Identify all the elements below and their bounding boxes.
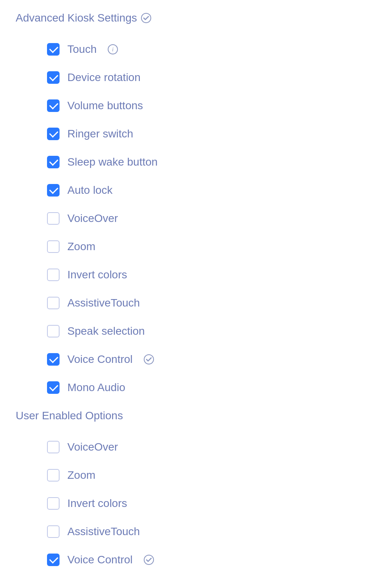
volume-buttons-item: Volume buttons	[47, 92, 353, 120]
zoom-item: Zoom	[47, 233, 353, 261]
ue-zoom-item: Zoom	[47, 461, 353, 489]
volume-buttons-label: Volume buttons	[67, 99, 143, 112]
auto-lock-checkbox[interactable]	[47, 184, 60, 197]
assistive-touch-label: AssistiveTouch	[67, 297, 140, 309]
assistive-touch-item: AssistiveTouch	[47, 289, 353, 317]
sleep-wake-button-checkbox[interactable]	[47, 156, 60, 168]
touch-checkbox[interactable]	[47, 43, 60, 56]
ue-assistive-touch-item: AssistiveTouch	[47, 518, 353, 546]
assistive-touch-checkbox[interactable]	[47, 297, 60, 309]
user-enabled-items-list: VoiceOver Zoom Invert colors AssistiveTo…	[16, 433, 353, 574]
voiceover-checkbox[interactable]	[47, 212, 60, 225]
ue-voice-control-item: Voice Control	[47, 546, 353, 574]
voice-control-label: Voice Control	[67, 353, 133, 366]
invert-colors-item: Invert colors	[47, 261, 353, 289]
user-enabled-section: User Enabled Options VoiceOver Zoom Inve…	[16, 409, 353, 574]
ue-voice-control-checkbox[interactable]	[47, 554, 60, 566]
ue-voice-control-check-icon	[144, 555, 154, 565]
sleep-wake-button-label: Sleep wake button	[67, 156, 157, 168]
volume-buttons-checkbox[interactable]	[47, 99, 60, 112]
zoom-checkbox[interactable]	[47, 240, 60, 253]
auto-lock-item: Auto lock	[47, 176, 353, 204]
voice-control-item: Voice Control	[47, 345, 353, 373]
ue-voiceover-checkbox[interactable]	[47, 441, 60, 453]
advanced-check-icon	[141, 13, 151, 23]
ue-voiceover-item: VoiceOver	[47, 433, 353, 461]
device-rotation-item: Device rotation	[47, 63, 353, 92]
advanced-items-list: Touch i Device rotation Volume buttons R…	[16, 35, 353, 402]
ue-voice-control-label: Voice Control	[67, 554, 133, 566]
ringer-switch-item: Ringer switch	[47, 120, 353, 148]
ue-voiceover-label: VoiceOver	[67, 441, 118, 453]
ringer-switch-label: Ringer switch	[67, 128, 133, 140]
ue-assistive-touch-checkbox[interactable]	[47, 525, 60, 538]
mono-audio-checkbox[interactable]	[47, 381, 60, 394]
speak-selection-label: Speak selection	[67, 325, 145, 337]
svg-point-0	[141, 13, 151, 23]
speak-selection-checkbox[interactable]	[47, 325, 60, 337]
ue-invert-colors-checkbox[interactable]	[47, 497, 60, 510]
touch-label: Touch	[67, 43, 97, 56]
ue-invert-colors-item: Invert colors	[47, 489, 353, 518]
speak-selection-item: Speak selection	[47, 317, 353, 345]
mono-audio-label: Mono Audio	[67, 381, 125, 394]
advanced-kiosk-header: Advanced Kiosk Settings	[16, 12, 353, 24]
touch-info-icon: i	[108, 44, 118, 54]
ue-zoom-label: Zoom	[67, 469, 96, 482]
ue-zoom-checkbox[interactable]	[47, 469, 60, 482]
invert-colors-checkbox[interactable]	[47, 269, 60, 281]
advanced-kiosk-section: Advanced Kiosk Settings Touch i Device r…	[16, 12, 353, 402]
ue-invert-colors-label: Invert colors	[67, 497, 127, 510]
zoom-label: Zoom	[67, 240, 96, 253]
svg-text:i: i	[112, 47, 114, 52]
svg-point-4	[144, 555, 154, 565]
advanced-kiosk-title: Advanced Kiosk Settings	[16, 12, 137, 24]
device-rotation-checkbox[interactable]	[47, 71, 60, 84]
voiceover-item: VoiceOver	[47, 204, 353, 233]
touch-item: Touch i	[47, 35, 353, 63]
mono-audio-item: Mono Audio	[47, 373, 353, 402]
invert-colors-label: Invert colors	[67, 269, 127, 281]
voice-control-check-icon	[144, 354, 154, 364]
voiceover-label: VoiceOver	[67, 212, 118, 225]
user-enabled-header: User Enabled Options	[16, 409, 353, 422]
sleep-wake-button-item: Sleep wake button	[47, 148, 353, 176]
device-rotation-label: Device rotation	[67, 71, 141, 84]
ue-assistive-touch-label: AssistiveTouch	[67, 525, 140, 538]
user-enabled-title: User Enabled Options	[16, 409, 123, 422]
svg-point-3	[144, 355, 154, 364]
ringer-switch-checkbox[interactable]	[47, 128, 60, 140]
voice-control-checkbox[interactable]	[47, 353, 60, 366]
auto-lock-label: Auto lock	[67, 184, 112, 197]
